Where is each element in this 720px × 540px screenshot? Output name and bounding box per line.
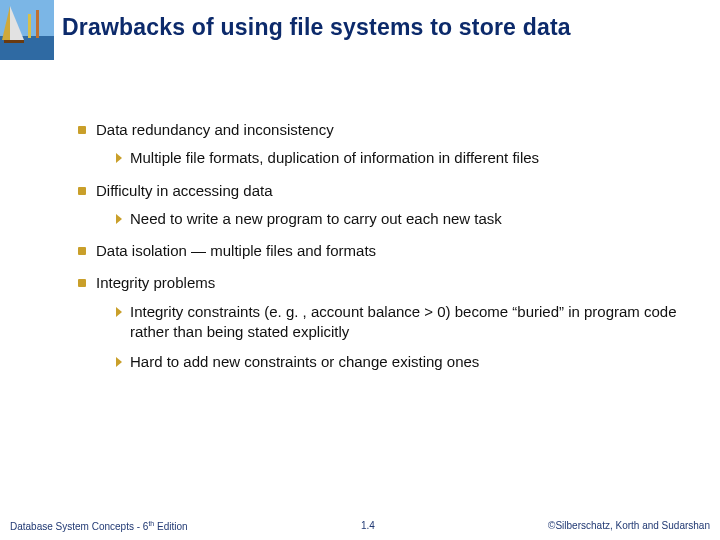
- bullet-item: Data redundancy and inconsistency: [78, 120, 700, 140]
- arrow-icon: [116, 357, 122, 367]
- bullet-marker-icon: [78, 247, 86, 255]
- sub-bullet-item: Multiple file formats, duplication of in…: [116, 148, 700, 168]
- sub-bullet-item: Hard to add new constraints or change ex…: [116, 352, 700, 372]
- footer-left-b: Edition: [154, 521, 187, 532]
- arrow-icon: [116, 307, 122, 317]
- bullet-text: Data redundancy and inconsistency: [96, 120, 700, 140]
- arrow-icon: [116, 153, 122, 163]
- footer-center: 1.4: [361, 520, 375, 532]
- slide-footer: Database System Concepts - 6th Edition 1…: [10, 520, 710, 532]
- sub-bullet-text: Multiple file formats, duplication of in…: [130, 148, 700, 168]
- sub-bullet-item: Need to write a new program to carry out…: [116, 209, 700, 229]
- bullet-item: Difficulty in accessing data: [78, 181, 700, 201]
- svg-rect-6: [36, 10, 39, 38]
- bullet-text: Difficulty in accessing data: [96, 181, 700, 201]
- bullet-marker-icon: [78, 187, 86, 195]
- sailboat-decoration: [0, 0, 54, 60]
- svg-rect-4: [4, 40, 24, 43]
- sub-bullet-text: Hard to add new constraints or change ex…: [130, 352, 700, 372]
- sub-bullet-item: Integrity constraints (e. g. , account b…: [116, 302, 700, 343]
- sub-bullet-text: Need to write a new program to carry out…: [130, 209, 700, 229]
- bullet-item: Integrity problems: [78, 273, 700, 293]
- slide-content: Data redundancy and inconsistency Multip…: [78, 120, 700, 384]
- bullet-text: Data isolation — multiple files and form…: [96, 241, 700, 261]
- footer-left: Database System Concepts - 6th Edition: [10, 520, 188, 532]
- footer-right: ©Silberschatz, Korth and Sudarshan: [548, 520, 710, 532]
- sub-bullet-text: Integrity constraints (e. g. , account b…: [130, 302, 700, 343]
- arrow-icon: [116, 214, 122, 224]
- bullet-marker-icon: [78, 126, 86, 134]
- footer-left-a: Database System Concepts - 6: [10, 521, 148, 532]
- bullet-text: Integrity problems: [96, 273, 700, 293]
- bullet-item: Data isolation — multiple files and form…: [78, 241, 700, 261]
- slide-title: Drawbacks of using file systems to store…: [62, 14, 708, 41]
- svg-rect-5: [28, 14, 31, 38]
- bullet-marker-icon: [78, 279, 86, 287]
